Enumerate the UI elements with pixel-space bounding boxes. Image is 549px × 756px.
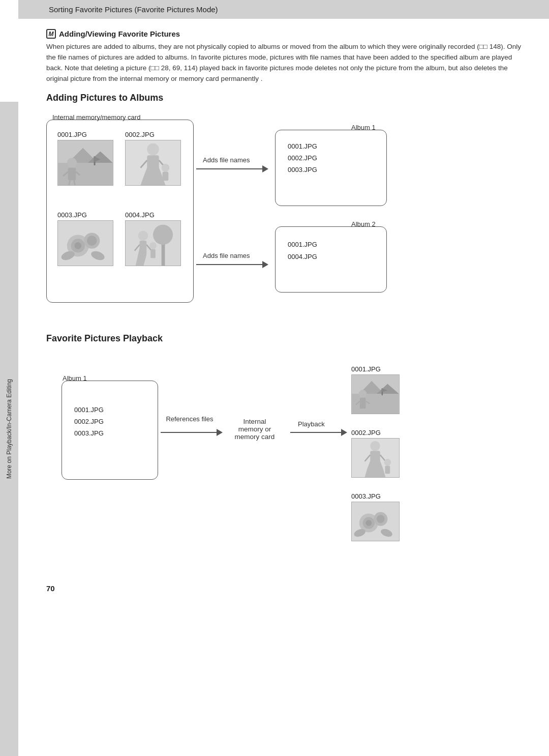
svg-rect-8 xyxy=(68,167,76,180)
svg-point-60 xyxy=(377,515,385,523)
photo-thumb-2 xyxy=(125,140,181,186)
section3-heading: Favorite Pictures Playback xyxy=(46,333,521,344)
pb-album1-label: Album 1 xyxy=(63,374,87,382)
svg-rect-36 xyxy=(150,249,156,258)
pb-middle-box: Internal memory or memory card xyxy=(222,411,288,448)
section-adding-viewing: M Adding/Viewing Favorite Pictures When … xyxy=(46,29,521,84)
svg-point-53 xyxy=(384,459,391,466)
album1-file2: 0002.JPG xyxy=(288,154,317,162)
svg-point-14 xyxy=(147,143,159,155)
photo-thumb-1 xyxy=(57,140,113,186)
photo-thumb-4 xyxy=(125,220,181,266)
note-icon: M xyxy=(46,29,56,39)
result-label-2: 0002.JPG xyxy=(351,429,381,437)
arrow1-label: Adds file names xyxy=(203,156,250,164)
album1-file3: 0003.JPG xyxy=(288,166,317,173)
result-thumb-3 xyxy=(351,502,400,541)
svg-point-23 xyxy=(74,242,81,249)
header-title: Sorting Favorite Pictures (Favorite Pict… xyxy=(49,5,218,14)
pb-arrow2 xyxy=(290,429,347,436)
playback-diagram: Album 1 0001.JPG 0002.JPG 0003.JPG Refer… xyxy=(46,350,521,574)
svg-point-31 xyxy=(138,230,148,241)
pb-middle-label2: memory or xyxy=(238,425,271,433)
svg-point-25 xyxy=(87,236,97,246)
pb-arrow2-label: Playback xyxy=(298,420,325,428)
section-playback: Favorite Pictures Playback Album 1 0001.… xyxy=(46,333,521,574)
section2-heading: Adding Pictures to Albums xyxy=(46,93,521,103)
result-label-1: 0001.JPG xyxy=(351,365,381,373)
svg-rect-39 xyxy=(352,394,399,414)
source-box-label: Internal memory/memory card xyxy=(52,113,140,121)
page-number: 70 xyxy=(46,584,521,593)
adding-diagram: Internal memory/memory card 0001.JPG xyxy=(46,109,521,323)
album2-label: Album 2 xyxy=(351,220,376,228)
section1-body: When pictures are added to albums, they … xyxy=(46,42,521,84)
sidebar-text: More on Playback/In-Camera Editing xyxy=(6,379,13,479)
svg-point-44 xyxy=(359,390,367,398)
album2-file2: 0004.JPG xyxy=(288,253,317,260)
photo-thumb-3 xyxy=(57,220,113,266)
photo-label-4: 0004.JPG xyxy=(125,211,155,219)
svg-rect-19 xyxy=(163,171,169,181)
result-thumb-1 xyxy=(351,374,400,414)
pb-album-file3: 0003.JPG xyxy=(74,429,104,437)
result-label-3: 0003.JPG xyxy=(351,492,381,500)
pb-album-file1: 0001.JPG xyxy=(74,406,104,414)
svg-point-49 xyxy=(370,441,380,451)
pb-arrow1 xyxy=(161,429,223,436)
svg-rect-54 xyxy=(385,466,390,474)
page-header: Sorting Favorite Pictures (Favorite Pict… xyxy=(18,0,549,19)
section-adding-albums: Adding Pictures to Albums Internal memor… xyxy=(46,93,521,323)
photo-label-2: 0002.JPG xyxy=(125,131,155,138)
album1-label: Album 1 xyxy=(351,124,376,131)
result-thumb-2 xyxy=(351,438,400,478)
album1-file1: 0001.JPG xyxy=(288,142,317,150)
sidebar: More on Playback/In-Camera Editing xyxy=(0,102,18,756)
section1-heading: M Adding/Viewing Favorite Pictures xyxy=(46,29,521,39)
arrow2-label: Adds file names xyxy=(203,252,250,259)
arrow2 xyxy=(196,261,268,268)
photo-label-3: 0003.JPG xyxy=(57,211,87,219)
pb-middle-label1: Internal xyxy=(243,418,266,425)
pb-middle-label3: memory card xyxy=(235,433,275,441)
arrow1 xyxy=(196,165,268,172)
pb-album-file2: 0002.JPG xyxy=(74,418,104,425)
main-content: M Adding/Viewing Favorite Pictures When … xyxy=(18,19,549,603)
album2-file1: 0001.JPG xyxy=(288,241,317,248)
svg-point-18 xyxy=(162,164,170,172)
svg-rect-45 xyxy=(360,398,366,409)
svg-point-58 xyxy=(366,520,372,526)
pb-arrow1-label: References files xyxy=(164,415,215,423)
photo-label-1: 0001.JPG xyxy=(57,131,87,138)
svg-point-35 xyxy=(149,242,157,249)
svg-point-7 xyxy=(67,158,77,168)
svg-point-30 xyxy=(153,225,173,245)
